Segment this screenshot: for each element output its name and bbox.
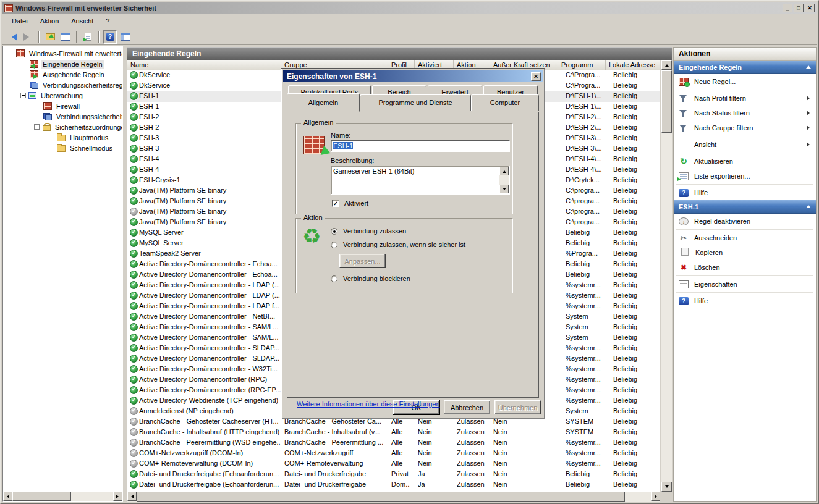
action-item-regel-deaktivieren[interactable]: ↓Regel deaktivieren: [674, 214, 816, 229]
scroll-thumb[interactable]: [137, 492, 625, 502]
dialog-close-button[interactable]: ✕: [531, 72, 541, 81]
sidebar-item-windows-firewall-mit-erweiterter-s[interactable]: Windows-Firewall mit erweiterter S: [4, 48, 122, 59]
cell-enabled: Ja: [418, 470, 449, 477]
action-item-aktualisieren[interactable]: ↻Aktualisieren: [674, 154, 816, 169]
cell-program: SYSTEM: [566, 418, 606, 425]
action-item-label: Eigenschaften: [694, 280, 737, 288]
action-item-nach-gruppe-filtern[interactable]: Nach Gruppe filtern: [674, 120, 816, 135]
sidebar-item-sicherheitszuordnungen[interactable]: Sicherheitszuordnungen: [4, 122, 122, 132]
tab-computer[interactable]: Computer: [471, 94, 539, 111]
scroll-up-button[interactable]: [661, 60, 672, 70]
sidebar-item-verbindungssicherheitsreg[interactable]: Verbindungssicherheitsreg: [4, 111, 122, 122]
description-scrollbar[interactable]: [499, 167, 509, 193]
tree-horizontal-scrollbar[interactable]: [3, 492, 122, 501]
forward-button[interactable]: [21, 30, 35, 44]
action-item-ausschneiden[interactable]: ✂Ausschneiden: [674, 230, 816, 245]
sidebar-item-eingehende-regeln[interactable]: Eingehende Regeln: [4, 59, 122, 69]
scroll-down-button[interactable]: [499, 185, 509, 193]
cell-program: Beliebig: [566, 260, 606, 267]
cell-program: %systemr...: [566, 386, 606, 393]
scroll-left-button[interactable]: [3, 492, 12, 501]
cell-name: Active Directory-Domänencontroller - SAM…: [139, 334, 281, 341]
cell-program: Beliebig: [566, 239, 606, 246]
menu-item-ansicht[interactable]: Ansicht: [66, 15, 99, 27]
customize-button[interactable]: Anpassen...: [339, 254, 386, 268]
action-item-nach-status-filtern[interactable]: Nach Status filtern: [674, 106, 816, 120]
block-connection-radio[interactable]: [331, 275, 337, 282]
action-item-nach-profil-filtern[interactable]: Nach Profil filtern: [674, 91, 816, 106]
help-button[interactable]: ?: [103, 30, 117, 44]
minimize-button[interactable]: _: [783, 4, 792, 12]
allow-connection-radio[interactable]: [331, 228, 337, 235]
list-vertical-scrollbar[interactable]: [661, 60, 672, 492]
apply-button[interactable]: Übernehmen: [494, 400, 541, 414]
cell-program: %systemr...: [566, 355, 606, 362]
sidebar-item-überwachung[interactable]: Überwachung: [4, 90, 122, 101]
scroll-up-button[interactable]: [499, 167, 509, 175]
cell-group: Datei- und Druckerfreigabe: [284, 470, 384, 477]
scroll-left-button[interactable]: [127, 492, 137, 501]
actions-section-header[interactable]: Eingehende Regeln: [674, 61, 816, 74]
description-input[interactable]: Gameserver ESH-1 (64Bit): [331, 166, 510, 195]
sidebar-item-hauptmodus[interactable]: Hauptmodus: [4, 132, 122, 143]
up-level-button[interactable]: [43, 30, 57, 44]
back-button[interactable]: [6, 30, 19, 44]
tab-programme-und-dienste[interactable]: Programme und Dienste: [360, 94, 471, 111]
cell-program: C:\progra...: [566, 218, 606, 225]
column-header-local[interactable]: Lokale Adresse: [606, 60, 660, 70]
scroll-right-button[interactable]: [113, 492, 122, 501]
allow-secure-radio[interactable]: [331, 242, 337, 248]
sidebar-item-verbindungssicherheitsregeln[interactable]: Verbindungssicherheitsregeln: [4, 80, 122, 90]
column-header-program[interactable]: Programm: [558, 60, 606, 70]
sidebar-item-firewall[interactable]: Firewall: [4, 101, 122, 111]
menu-item-?[interactable]: ?: [100, 15, 115, 27]
sidebar-item-ausgehende-regeln[interactable]: Ausgehende Regeln: [4, 69, 122, 80]
close-button[interactable]: ✕: [805, 4, 815, 12]
toggle-tree-button[interactable]: [119, 30, 132, 44]
enabled-check-icon: [130, 218, 138, 226]
action-item-neue-regel-[interactable]: Neue Regel...: [674, 74, 816, 89]
name-input[interactable]: ESH-1: [331, 140, 510, 152]
action-item-hilfe[interactable]: ?Hilfe: [674, 185, 816, 200]
action-item-ansicht[interactable]: Ansicht: [674, 137, 816, 152]
table-row[interactable]: Datei- und Druckerfreigabe (Echoanforder…: [127, 469, 660, 480]
cell-name: Datei- und Druckerfreigabe (Echoanforder…: [139, 481, 281, 488]
table-row[interactable]: Datei- und Druckerfreigabe (Echoanforder…: [127, 480, 660, 490]
action-item-kopieren[interactable]: Kopieren: [674, 245, 816, 260]
table-row[interactable]: BranchCache - Inhaltsabruf (HTTP eingehe…: [127, 427, 660, 438]
action-item-liste-exportieren-[interactable]: Liste exportieren...: [674, 169, 816, 183]
cell-override: Nein: [493, 449, 554, 456]
cell-program: C:\Progra...: [566, 82, 606, 89]
enabled-checkbox[interactable]: ✓: [332, 200, 339, 207]
tab-allgemein[interactable]: Allgemein: [287, 93, 360, 112]
tree-expander[interactable]: [34, 124, 40, 130]
more-info-link[interactable]: Weitere Informationen über diese Einstel…: [297, 400, 440, 408]
actions-separator: [676, 153, 813, 153]
table-row[interactable]: BranchCache - Peerermittlung (WSD eingeh…: [127, 438, 660, 448]
menu-item-aktion[interactable]: Aktion: [35, 15, 65, 27]
scrollbar-corner: [661, 492, 672, 502]
menu-item-datei[interactable]: Datei: [6, 15, 33, 27]
column-header-name[interactable]: Name: [127, 60, 281, 70]
scroll-thumb[interactable]: [12, 492, 71, 501]
scroll-thumb[interactable]: [661, 70, 672, 133]
cell-program: D:\ESH-1\...: [566, 92, 606, 99]
tree-expander[interactable]: [20, 93, 26, 98]
scroll-right-button[interactable]: [651, 492, 660, 501]
list-horizontal-scrollbar[interactable]: [127, 492, 660, 502]
scroll-down-button[interactable]: [661, 482, 672, 492]
actions-section-header[interactable]: ESH-1: [674, 200, 816, 214]
cell-profile: Alle: [391, 439, 410, 446]
table-row[interactable]: COM+-Remoteverwaltung (DCOM-In)COM+-Remo…: [127, 459, 660, 469]
cell-program: %systemr...: [566, 439, 606, 446]
action-item-eigenschaften[interactable]: Eigenschaften: [674, 277, 816, 292]
action-item-löschen[interactable]: ✖Löschen: [674, 260, 816, 275]
console-window-button[interactable]: [59, 30, 72, 44]
cancel-button[interactable]: Abbrechen: [444, 400, 490, 414]
table-row[interactable]: COM+-Netzwerkzugriff (DCOM-In)COM+-Netzw…: [127, 448, 660, 459]
action-item-hilfe[interactable]: ?Hilfe: [674, 293, 816, 308]
cell-program: D:\ESH-4\...: [566, 155, 606, 162]
export-list-button[interactable]: [81, 30, 95, 44]
sidebar-item-schnellmodus[interactable]: Schnellmodus: [4, 143, 122, 153]
maximize-button[interactable]: □: [794, 4, 804, 12]
